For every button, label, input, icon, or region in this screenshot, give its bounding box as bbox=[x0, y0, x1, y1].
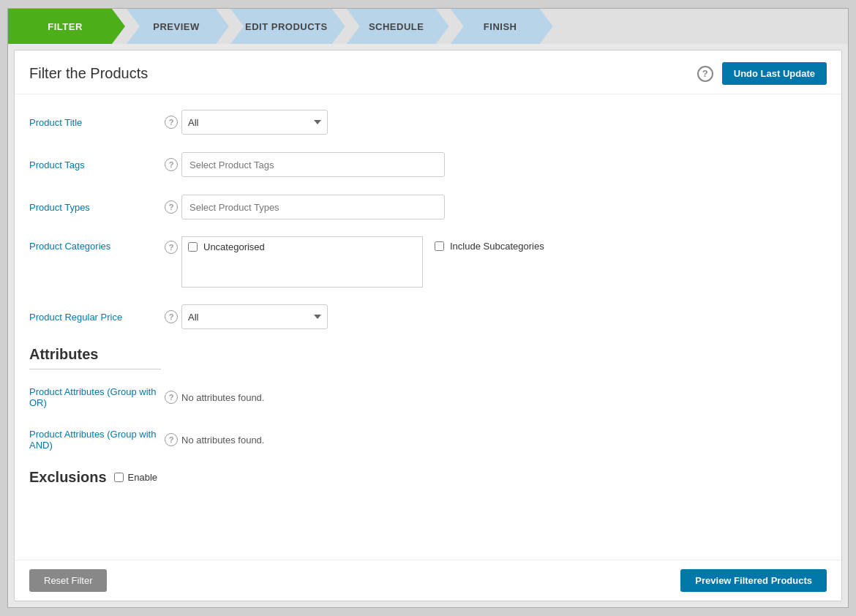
group-or-label: Product Attributes (Group with OR) bbox=[29, 386, 161, 408]
wizard-step-finish-label: FINISH bbox=[484, 21, 517, 32]
page-title: Filter the Products bbox=[29, 65, 148, 82]
product-regular-price-input-area: All bbox=[181, 304, 827, 329]
product-title-row: Product Title ? All bbox=[29, 109, 827, 135]
product-regular-price-label: Product Regular Price bbox=[29, 312, 161, 323]
product-title-help: ? bbox=[161, 116, 181, 129]
product-categories-label: Product Categories bbox=[29, 236, 161, 252]
help-icon[interactable]: ? bbox=[697, 66, 713, 82]
undo-last-update-button[interactable]: Undo Last Update bbox=[722, 62, 827, 85]
product-title-help-icon[interactable]: ? bbox=[165, 116, 178, 129]
product-tags-input[interactable] bbox=[181, 152, 445, 177]
wizard-step-schedule-label: SCHEDULE bbox=[369, 21, 424, 32]
wizard-step-schedule[interactable]: SCHEDULE bbox=[347, 9, 449, 44]
product-categories-input-area: Uncategorised Include Subcategories bbox=[181, 236, 827, 288]
wizard-step-preview[interactable]: PREVIEW bbox=[127, 9, 229, 44]
wizard-step-finish[interactable]: FINISH bbox=[451, 9, 553, 44]
wizard-step-preview-label: PREVIEW bbox=[153, 21, 199, 32]
product-tags-label: Product Tags bbox=[29, 159, 161, 170]
product-tags-help-icon[interactable]: ? bbox=[165, 158, 178, 171]
product-categories-row: Product Categories ? Uncategorised Inclu… bbox=[29, 236, 827, 288]
category-checkbox-uncategorised[interactable] bbox=[188, 242, 198, 252]
page-header: Filter the Products ? Undo Last Update bbox=[15, 50, 841, 94]
category-item-uncategorised[interactable]: Uncategorised bbox=[182, 237, 422, 257]
product-title-input-area: All bbox=[181, 110, 827, 135]
wizard-steps: FILTER PREVIEW EDIT PRODUCTS SCHEDULE FI… bbox=[8, 9, 848, 44]
enable-text: Enable bbox=[128, 472, 157, 483]
attributes-divider bbox=[29, 369, 161, 369]
product-types-row: Product Types ? bbox=[29, 194, 827, 220]
product-types-label: Product Types bbox=[29, 202, 161, 213]
exclusions-enable-checkbox[interactable] bbox=[114, 473, 124, 482]
product-types-input[interactable] bbox=[181, 195, 445, 219]
include-subcategories-area: Include Subcategories bbox=[435, 236, 544, 252]
exclusions-section: Exclusions Enable bbox=[29, 469, 827, 486]
attributes-section: Attributes Product Attributes (Group wit… bbox=[29, 346, 827, 453]
reset-filter-button[interactable]: Reset Filter bbox=[29, 569, 107, 592]
include-subcategories-label: Include Subcategories bbox=[450, 241, 544, 252]
main-content: Filter the Products ? Undo Last Update P… bbox=[14, 50, 842, 601]
wizard-step-filter[interactable]: FILTER bbox=[8, 9, 125, 44]
exclusions-row: Exclusions Enable bbox=[29, 469, 827, 486]
product-categories-help: ? bbox=[161, 236, 181, 254]
product-types-input-area bbox=[181, 195, 827, 219]
include-subcategories-checkbox[interactable] bbox=[435, 241, 444, 251]
group-or-row: Product Attributes (Group with OR) ? No … bbox=[29, 384, 827, 410]
categories-box[interactable]: Uncategorised bbox=[181, 236, 423, 288]
category-label-uncategorised: Uncategorised bbox=[203, 241, 265, 252]
product-title-select[interactable]: All bbox=[181, 110, 328, 135]
product-regular-price-row: Product Regular Price ? All bbox=[29, 304, 827, 330]
wizard-step-filter-label: FILTER bbox=[48, 21, 83, 32]
product-types-help-icon[interactable]: ? bbox=[165, 200, 178, 214]
product-regular-price-help-icon[interactable]: ? bbox=[165, 310, 178, 323]
product-regular-price-help: ? bbox=[161, 310, 181, 323]
product-categories-help-icon[interactable]: ? bbox=[165, 241, 178, 254]
product-tags-row: Product Tags ? bbox=[29, 151, 827, 178]
product-regular-price-select[interactable]: All bbox=[181, 304, 328, 329]
group-and-value: No attributes found. bbox=[181, 435, 827, 446]
group-or-no-attributes: No attributes found. bbox=[181, 392, 264, 403]
group-and-row: Product Attributes (Group with AND) ? No… bbox=[29, 427, 827, 453]
form-content: Product Title ? All Product Tags ? bbox=[15, 94, 841, 560]
product-tags-input-area bbox=[181, 152, 827, 177]
attributes-heading: Attributes bbox=[29, 346, 827, 363]
group-and-label: Product Attributes (Group with AND) bbox=[29, 429, 161, 451]
exclusions-heading: Exclusions bbox=[29, 469, 107, 486]
product-tags-help: ? bbox=[161, 158, 181, 171]
group-and-no-attributes: No attributes found. bbox=[181, 435, 264, 446]
group-or-value: No attributes found. bbox=[181, 392, 827, 403]
group-and-help: ? bbox=[161, 433, 181, 446]
group-or-help: ? bbox=[161, 391, 181, 404]
product-title-label: Product Title bbox=[29, 117, 161, 128]
wizard-step-edit-label: EDIT PRODUCTS bbox=[245, 21, 328, 32]
group-and-help-icon[interactable]: ? bbox=[165, 433, 178, 446]
enable-label[interactable]: Enable bbox=[114, 472, 157, 483]
wizard-step-edit[interactable]: EDIT PRODUCTS bbox=[230, 9, 345, 44]
preview-filtered-products-button[interactable]: Preview Filtered Products bbox=[680, 569, 827, 592]
footer-buttons: Reset Filter Preview Filtered Products bbox=[15, 560, 841, 601]
header-right: ? Undo Last Update bbox=[697, 62, 827, 85]
product-types-help: ? bbox=[161, 200, 181, 214]
group-or-help-icon[interactable]: ? bbox=[165, 391, 178, 404]
